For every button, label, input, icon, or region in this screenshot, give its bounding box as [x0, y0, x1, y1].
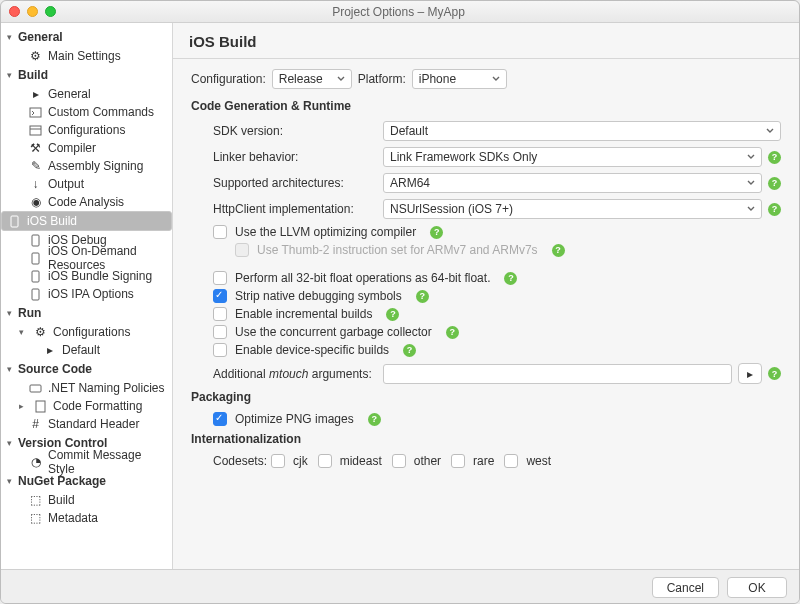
- phone-icon: [29, 234, 42, 247]
- close-icon[interactable]: [9, 6, 20, 17]
- help-icon[interactable]: ?: [368, 413, 381, 426]
- signing-icon: ✎: [29, 160, 42, 173]
- help-icon[interactable]: ?: [768, 367, 781, 380]
- cancel-button[interactable]: Cancel: [652, 577, 719, 598]
- sidebar-section-source[interactable]: ▾Source Code: [1, 359, 172, 379]
- sidebar-item-header[interactable]: #Standard Header: [1, 415, 172, 433]
- help-icon[interactable]: ?: [446, 326, 459, 339]
- thumb-checkbox: [235, 243, 249, 257]
- check-icon: ◔: [29, 456, 42, 469]
- section-packaging: Packaging: [191, 390, 781, 404]
- checkbox-strip[interactable]: Strip native debugging symbols?: [213, 289, 781, 303]
- sidebar-item-formatting[interactable]: ▸Code Formatting: [1, 397, 172, 415]
- zoom-icon[interactable]: [45, 6, 56, 17]
- sidebar-item-code-analysis[interactable]: ◉Code Analysis: [1, 193, 172, 211]
- sidebar-item-ios-odr[interactable]: iOS On-Demand Resources: [1, 249, 172, 267]
- incremental-checkbox[interactable]: [213, 307, 227, 321]
- help-icon[interactable]: ?: [768, 177, 781, 190]
- help-icon[interactable]: ?: [416, 290, 429, 303]
- sdk-select[interactable]: Default: [383, 121, 781, 141]
- sidebar-item-ios-ipa[interactable]: iOS IPA Options: [1, 285, 172, 303]
- device-checkbox[interactable]: [213, 343, 227, 357]
- phone-icon: [29, 252, 42, 265]
- mtouch-expand-button[interactable]: ▸: [738, 363, 762, 384]
- hash-icon: #: [29, 418, 42, 431]
- card-icon: [29, 382, 42, 395]
- sidebar-section-general[interactable]: ▾General: [1, 27, 172, 47]
- phone-icon: [8, 215, 21, 228]
- sidebar-item-custom-commands[interactable]: Custom Commands: [1, 103, 172, 121]
- sidebar-item-output[interactable]: ↓Output: [1, 175, 172, 193]
- phone-icon: [29, 288, 42, 301]
- sidebar-item-naming[interactable]: .NET Naming Policies: [1, 379, 172, 397]
- mtouch-label: Additional mtouch arguments:: [213, 367, 383, 381]
- play-icon: ▸: [29, 88, 42, 101]
- png-checkbox[interactable]: [213, 412, 227, 426]
- help-icon[interactable]: ?: [768, 203, 781, 216]
- gear-icon: ⚙: [29, 50, 42, 63]
- llvm-checkbox[interactable]: [213, 225, 227, 239]
- help-icon[interactable]: ?: [768, 151, 781, 164]
- help-icon[interactable]: ?: [403, 344, 416, 357]
- checkbox-device[interactable]: Enable device-specific builds?: [213, 343, 781, 357]
- platform-select[interactable]: iPhone: [412, 69, 507, 89]
- checkbox-other[interactable]: other: [392, 454, 441, 468]
- checkbox-west[interactable]: west: [504, 454, 551, 468]
- configuration-select[interactable]: Release: [272, 69, 352, 89]
- compiler-icon: ⚒: [29, 142, 42, 155]
- page-title: iOS Build: [173, 23, 799, 58]
- sidebar-item-configurations[interactable]: Configurations: [1, 121, 172, 139]
- checkbox-llvm[interactable]: Use the LLVM optimizing compiler?: [213, 225, 781, 239]
- checkbox-incremental[interactable]: Enable incremental builds?: [213, 307, 781, 321]
- checkbox-mideast[interactable]: mideast: [318, 454, 382, 468]
- help-icon[interactable]: ?: [386, 308, 399, 321]
- strip-checkbox[interactable]: [213, 289, 227, 303]
- play-icon: ▸: [43, 344, 56, 357]
- svg-rect-9: [36, 401, 45, 412]
- linker-select[interactable]: Link Framework SDKs Only: [383, 147, 762, 167]
- arch-label: Supported architectures:: [213, 176, 383, 190]
- checkbox-rare[interactable]: rare: [451, 454, 494, 468]
- gear-icon: ⚙: [34, 326, 47, 339]
- checkbox-thumb: Use Thumb-2 instruction set for ARMv7 an…: [235, 243, 781, 257]
- sidebar-item-ios-bundle-signing[interactable]: iOS Bundle Signing: [1, 267, 172, 285]
- section-i18n: Internationalization: [191, 432, 781, 446]
- svg-rect-6: [32, 271, 39, 282]
- sidebar-item-compiler[interactable]: ⚒Compiler: [1, 139, 172, 157]
- svg-rect-5: [32, 253, 39, 264]
- float-checkbox[interactable]: [213, 271, 227, 285]
- configuration-label: Configuration:: [191, 72, 266, 86]
- sidebar-item-assembly-signing[interactable]: ✎Assembly Signing: [1, 157, 172, 175]
- minimize-icon[interactable]: [27, 6, 38, 17]
- checkbox-gc[interactable]: Use the concurrent garbage collector?: [213, 325, 781, 339]
- sidebar-item-commit-style[interactable]: ◔Commit Message Style: [1, 453, 172, 471]
- codesets-label: Codesets:: [213, 454, 267, 468]
- sidebar-item-general[interactable]: ▸General: [1, 85, 172, 103]
- help-icon[interactable]: ?: [552, 244, 565, 257]
- terminal-icon: [29, 106, 42, 119]
- sidebar-item-run-configurations[interactable]: ▾⚙Configurations: [1, 323, 172, 341]
- checkbox-float[interactable]: Perform all 32-bit float operations as 6…: [213, 271, 781, 285]
- sidebar-section-run[interactable]: ▾Run: [1, 303, 172, 323]
- sidebar-item-ios-build[interactable]: iOS Build: [1, 211, 172, 231]
- output-icon: ↓: [29, 178, 42, 191]
- sidebar-section-build[interactable]: ▾Build: [1, 65, 172, 85]
- checkbox-cjk[interactable]: cjk: [271, 454, 308, 468]
- titlebar: Project Options – MyApp: [1, 1, 799, 23]
- arch-select[interactable]: ARM64: [383, 173, 762, 193]
- checkbox-png[interactable]: Optimize PNG images?: [213, 412, 781, 426]
- sidebar: ▾General ⚙Main Settings ▾Build ▸General …: [1, 23, 173, 569]
- sidebar-item-run-default[interactable]: ▸Default: [1, 341, 172, 359]
- ok-button[interactable]: OK: [727, 577, 787, 598]
- http-select[interactable]: NSUrlSession (iOS 7+): [383, 199, 762, 219]
- svg-rect-8: [30, 385, 41, 392]
- sidebar-item-main-settings[interactable]: ⚙Main Settings: [1, 47, 172, 65]
- sidebar-item-nuget-metadata[interactable]: ⬚Metadata: [1, 509, 172, 527]
- mtouch-input[interactable]: [383, 364, 732, 384]
- svg-rect-0: [30, 108, 41, 117]
- help-icon[interactable]: ?: [430, 226, 443, 239]
- phone-icon: [29, 270, 42, 283]
- gc-checkbox[interactable]: [213, 325, 227, 339]
- help-icon[interactable]: ?: [504, 272, 517, 285]
- sidebar-item-nuget-build[interactable]: ⬚Build: [1, 491, 172, 509]
